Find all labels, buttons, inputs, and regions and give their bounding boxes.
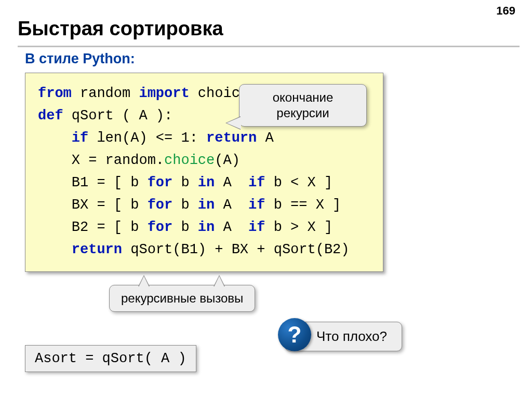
fn-choice: choice	[164, 153, 215, 168]
asort-code-box: Asort = qSort( A )	[25, 345, 196, 372]
kw-if: if	[72, 130, 88, 146]
page-title: Быстрая сортировка	[18, 18, 223, 40]
callout-text-line1: окончание	[273, 90, 334, 104]
kw-def: def	[38, 108, 63, 123]
kw-import: import	[139, 86, 189, 101]
callout-text-line2: рекурсии	[276, 106, 329, 120]
question-text: Что плохо?	[316, 328, 387, 344]
question-box: ? Что плохо?	[285, 322, 402, 351]
page-number: 169	[496, 4, 515, 18]
callout-recursive-calls: рекурсивные вызовы	[109, 285, 255, 312]
question-icon: ?	[278, 318, 311, 351]
kw-from: from	[38, 86, 72, 101]
question-callout: ? Что плохо?	[285, 322, 402, 351]
title-underline	[18, 46, 520, 47]
kw-return: return	[72, 242, 122, 257]
kw-return: return	[206, 130, 257, 146]
callout-recursion-end: окончание рекурсии	[239, 84, 367, 127]
subtitle: В стиле Python:	[25, 51, 135, 67]
question-mark-icon: ?	[288, 322, 302, 348]
callout-text: рекурсивные вызовы	[121, 291, 243, 305]
